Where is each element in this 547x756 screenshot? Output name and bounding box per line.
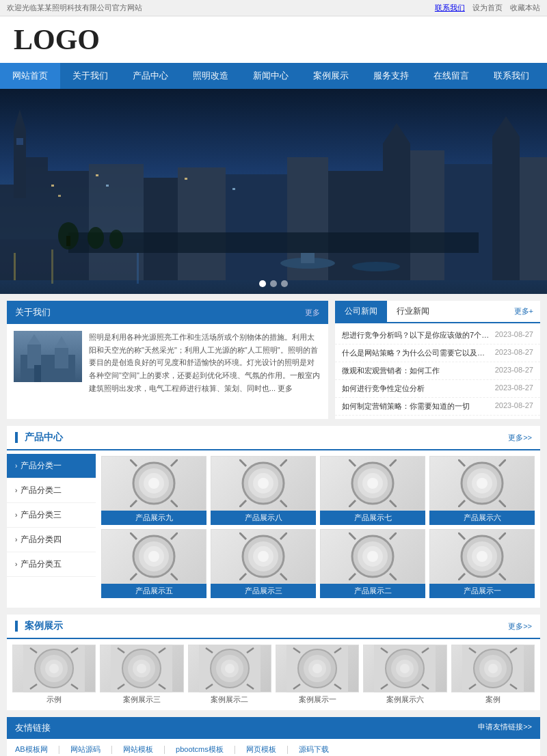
svg-line-57 [239,459,246,466]
case-led-2 [111,645,172,692]
nav-item-products[interactable]: 产品中心 [120,63,181,89]
svg-rect-30 [137,253,139,284]
nav-item-cases[interactable]: 案例展示 [301,63,361,89]
svg-line-106 [499,532,506,539]
news-title-2[interactable]: 什么是网站策略？为什么公司需要它以及如何做到 [342,348,492,358]
about-content: 照明是利用各种光源照亮工作和生活场所或个别物体的措施。利用太阳和天空光的称"天然… [7,324,328,401]
svg-line-75 [458,500,465,507]
svg-rect-24 [96,174,98,176]
contact-link[interactable]: 联系我们 [435,3,465,12]
cat-item-4[interactable]: › 产品分类四 [7,528,96,552]
hero-dot-1[interactable] [259,280,266,287]
product-item-5[interactable]: 产品展示五 [101,529,206,598]
products-title: 产品中心 [15,431,63,444]
link-3[interactable]: 网站模板 [123,744,153,755]
case-label-6: 案例 [451,694,535,705]
svg-rect-16 [410,150,444,280]
svg-line-66 [390,459,397,466]
svg-rect-40 [27,345,41,368]
case-item-3[interactable]: 案例展示二 [188,645,271,705]
svg-rect-8 [89,164,144,280]
main-nav: 网站首页 关于我们 产品中心 照明改造 新闻中心 案例展示 服务支持 在线留言 … [0,63,547,89]
hero-dot-3[interactable] [281,280,288,287]
cat-item-2[interactable]: › 产品分类二 [7,478,96,503]
link-5[interactable]: 网页模板 [246,744,276,755]
about-image [14,331,82,382]
cat-arrow-2: › [15,487,17,494]
nav-item-news[interactable]: 新闻中心 [241,63,301,89]
cat-item-1[interactable]: › 产品分类一 [7,454,96,478]
svg-point-36 [88,227,104,249]
links-apply[interactable]: 申请友情链接>> [478,722,532,734]
about-more[interactable]: 更多 [305,308,320,318]
cat-item-5[interactable]: › 产品分类五 [7,552,96,577]
hero-dot-2[interactable] [270,280,277,287]
news-date-3: 2023-08-27 [495,366,533,376]
products-more[interactable]: 更多>> [508,433,532,443]
case-led-1 [23,645,85,692]
product-item-4[interactable]: 产品展示六 [429,456,535,525]
bookmark-link[interactable]: 收藏本站 [510,3,540,12]
nav-item-support[interactable]: 服务支持 [361,63,421,89]
product-label-2: 产品展示八 [211,511,316,525]
svg-line-108 [499,573,506,580]
news-title-5[interactable]: 如何制定营销策略：你需要知道的一切 [342,401,492,411]
cat-arrow-3: › [15,511,17,519]
hero-banner [0,89,547,294]
case-led-6 [462,645,524,692]
product-item-1[interactable]: 产品展示九 [101,456,206,525]
svg-point-140 [312,664,322,673]
link-4[interactable]: pbootcms模板 [176,744,224,755]
svg-rect-41 [55,348,68,368]
nav-item-message[interactable]: 在线留言 [421,63,481,89]
case-item-6[interactable]: 案例 [451,645,535,705]
nav-item-about[interactable]: 关于我们 [60,63,120,89]
svg-line-98 [390,532,397,539]
product-item-6[interactable]: 产品展示三 [211,529,316,598]
product-item-7[interactable]: 产品展示二 [320,529,425,598]
link-2[interactable]: 网站源码 [70,744,101,755]
product-item-2[interactable]: 产品展示八 [211,456,316,525]
cases-more[interactable]: 更多>> [508,621,532,632]
news-title-1[interactable]: 想进行竞争分析吗？以下是你应该做的7个理由 [342,330,492,340]
case-item-2[interactable]: 案例展示三 [100,645,183,705]
product-item-8[interactable]: 产品展示一 [429,529,535,598]
news-item: 微观和宏观营销者：如何工作 2023-08-27 [335,362,540,380]
news-more[interactable]: 更多+ [507,301,540,321]
products-grid: 产品展示九 [96,450,540,608]
news-item: 想进行竞争分析吗？以下是你应该做的7个理由 2023-08-27 [335,327,540,345]
case-item-1[interactable]: 示例 [12,645,96,705]
link-6[interactable]: 源码下载 [299,744,329,755]
homepage-link[interactable]: 设为首页 [472,3,503,12]
news-title-4[interactable]: 如何进行竞争性定位分析 [342,383,492,394]
svg-line-91 [239,573,246,580]
title-accent [15,432,18,443]
product-img-3 [320,456,425,511]
cat-item-3[interactable]: › 产品分类三 [7,503,96,528]
link-1[interactable]: AB模板网 [15,744,48,755]
svg-line-58 [280,459,287,466]
news-item: 什么是网站策略？为什么公司需要它以及如何做到 2023-08-27 [335,345,540,362]
news-title-3[interactable]: 微观和宏观营销者：如何工作 [342,366,492,376]
top-bar: 欢迎光临某某照明科技有限公司官方网站 联系我们 设为首页 收藏本站 [0,0,547,16]
news-date-1: 2023-08-27 [495,330,533,340]
case-item-5[interactable]: 案例展示六 [363,645,446,705]
case-item-4[interactable]: 案例展示一 [276,645,359,705]
product-item-3[interactable]: 产品展示七 [320,456,425,525]
led-icon-8 [458,532,506,580]
svg-rect-10 [178,167,226,280]
svg-line-50 [171,459,178,466]
news-tab-industry[interactable]: 行业新闻 [387,301,439,322]
news-tab-company[interactable]: 公司新闻 [335,301,387,322]
svg-line-76 [499,500,506,507]
case-label-3: 案例展示二 [188,694,271,705]
nav-item-lighting[interactable]: 照明改造 [181,63,241,89]
svg-line-97 [349,532,356,539]
cases-title: 案例展示 [15,620,63,632]
svg-point-37 [109,230,123,249]
nav-item-contact[interactable]: 联系我们 [481,63,542,89]
nav-item-home[interactable]: 网站首页 [0,63,60,89]
logo: LOGO [14,23,100,56]
case-img-6 [451,645,535,692]
product-label-7: 产品展示二 [320,584,425,598]
